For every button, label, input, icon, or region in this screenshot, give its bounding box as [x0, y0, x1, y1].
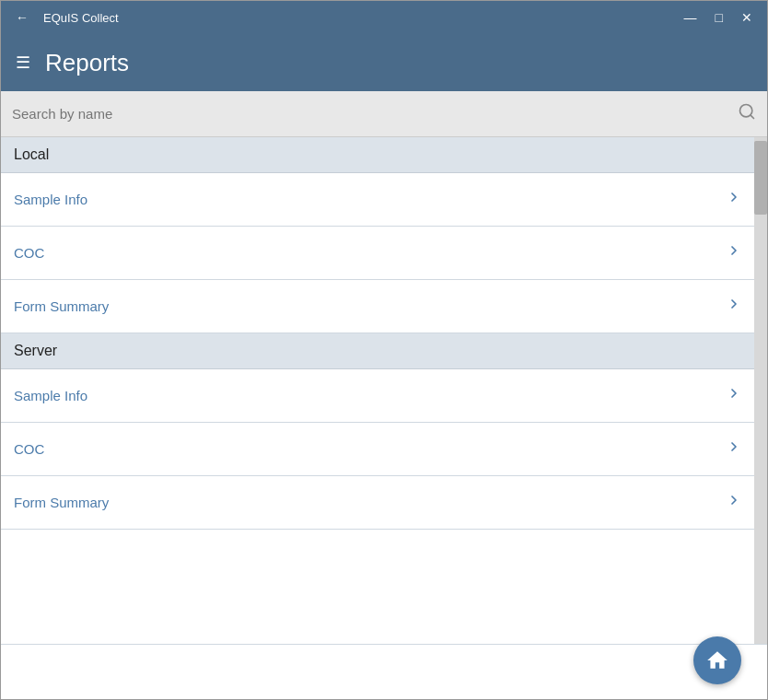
page-title: Reports: [45, 49, 129, 77]
title-bar: ← EQuIS Collect — □ ✕: [1, 1, 767, 34]
list-item-server-coc[interactable]: COC: [1, 423, 754, 476]
list-item-local-coc[interactable]: COC: [1, 227, 754, 280]
app-header: ☰ Reports: [1, 34, 767, 91]
reports-list: Local Sample Info COC Form S: [1, 137, 754, 644]
scrollbar-track[interactable]: [754, 137, 767, 644]
chevron-right-icon: [727, 493, 741, 512]
list-item-server-sample-info[interactable]: Sample Info: [1, 369, 754, 423]
chevron-right-icon: [727, 439, 741, 459]
maximize-icon: □: [716, 10, 723, 25]
section-header-local: Local: [1, 137, 754, 173]
home-button[interactable]: [693, 636, 741, 684]
list-item-local-form-summary[interactable]: Form Summary: [1, 280, 754, 333]
list-item-label: Form Summary: [14, 298, 109, 314]
list-item-label: COC: [14, 245, 44, 261]
window-controls: — □ ✕: [677, 7, 760, 28]
chevron-right-icon: [727, 190, 741, 209]
search-bar: [1, 91, 767, 137]
hamburger-icon[interactable]: ☰: [16, 54, 30, 71]
close-icon: ✕: [741, 10, 752, 25]
chevron-right-icon: [727, 386, 741, 405]
back-icon: ←: [16, 10, 29, 25]
content-area: Local Sample Info COC Form S: [1, 137, 767, 644]
title-bar-left: ← EQuIS Collect: [8, 7, 119, 28]
section-header-server: Server: [1, 333, 754, 369]
svg-line-1: [751, 115, 754, 119]
list-item-label: Sample Info: [14, 388, 87, 403]
back-button[interactable]: ←: [8, 7, 36, 28]
search-input[interactable]: [12, 106, 738, 122]
app-window: ← EQuIS Collect — □ ✕ ☰ Reports: [0, 0, 768, 700]
minimize-icon: —: [684, 10, 697, 25]
list-item-label: Sample Info: [14, 192, 87, 207]
maximize-button[interactable]: □: [708, 7, 730, 28]
footer-area: [1, 644, 767, 699]
list-item-local-sample-info[interactable]: Sample Info: [1, 173, 754, 227]
chevron-right-icon: [727, 297, 741, 316]
chevron-right-icon: [727, 243, 741, 262]
list-item-server-form-summary[interactable]: Form Summary: [1, 476, 754, 530]
app-title: EQuIS Collect: [43, 11, 119, 25]
minimize-button[interactable]: —: [677, 7, 704, 28]
list-item-label: Form Summary: [14, 495, 109, 510]
scrollbar-thumb[interactable]: [754, 141, 767, 215]
list-item-label: COC: [14, 441, 44, 457]
search-icon: [738, 102, 756, 125]
close-button[interactable]: ✕: [734, 7, 760, 28]
